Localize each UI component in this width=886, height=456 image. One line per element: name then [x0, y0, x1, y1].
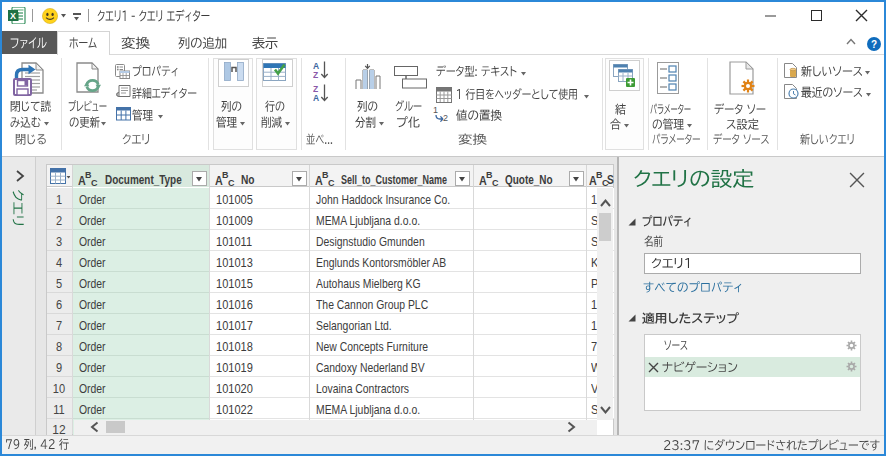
svg-text:A: A: [313, 93, 319, 103]
svg-text:?: ?: [871, 38, 877, 49]
svg-text:Z: Z: [313, 70, 318, 80]
svg-text:X: X: [10, 11, 16, 21]
svg-text:2: 2: [443, 113, 448, 122]
svg-text:1: 1: [433, 105, 438, 115]
